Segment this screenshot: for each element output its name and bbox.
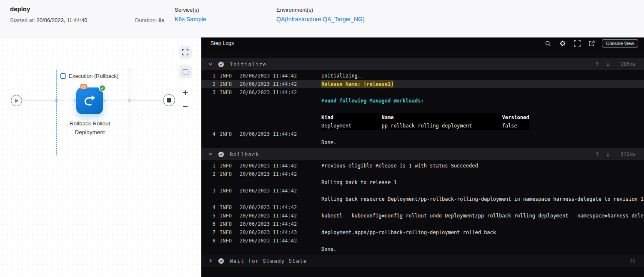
stop-icon	[167, 98, 171, 102]
execution-title-block: deploy Started at: 20/06/2023, 11:44:40 …	[10, 5, 175, 37]
zoom-out-button[interactable]: −	[179, 100, 192, 113]
log-row: 4INFO20/06/2023 11:44:42	[201, 203, 644, 212]
rollback-undo-icon	[82, 93, 98, 109]
duration-label: Duration:	[135, 17, 158, 23]
execution-page: deploy Started at: 20/06/2023, 11:44:40 …	[0, 0, 644, 277]
log-level: INFO	[220, 130, 236, 138]
scroll-to-bottom-icon[interactable]: ↓	[606, 151, 610, 157]
pipeline-canvas[interactable]: Execution (Rollback) ✔ Rollback Rollout …	[0, 37, 201, 277]
search-icon[interactable]	[544, 39, 553, 48]
log-level: INFO	[220, 72, 236, 80]
fit-to-screen-button[interactable]	[179, 46, 192, 59]
log-row: Rolling back resource Deployment/pp-roll…	[201, 195, 644, 203]
log-timestamp: 20/06/2023 11:44:42	[240, 162, 298, 170]
log-line-number	[201, 138, 216, 147]
chevron-right-icon[interactable]	[205, 258, 216, 263]
log-level	[220, 113, 236, 122]
gear-icon[interactable]	[558, 39, 567, 48]
log-message: Initializing..	[321, 72, 363, 80]
log-row: 1INFO20/06/2023 11:44:42Previous eligibl…	[201, 162, 644, 170]
log-row: Kind Name Versioned	[201, 113, 644, 122]
log-line-number	[201, 195, 216, 203]
log-line-number	[201, 178, 216, 187]
rollback-step-node[interactable]: ✔	[76, 87, 103, 114]
log-timestamp	[240, 97, 298, 105]
log-message: kubectl --kubeconfig=config rollout undo…	[321, 212, 644, 220]
log-level: INFO	[220, 237, 236, 245]
log-timestamp: 20/06/2023 11:44:43	[240, 237, 298, 245]
step-label: Rollback Rollout Deployment	[60, 119, 120, 137]
log-message: Rolling back resource Deployment/pp-roll…	[321, 195, 644, 203]
execution-group-label: Execution (Rollback)	[69, 73, 118, 79]
log-line-number	[201, 97, 216, 105]
log-level	[220, 245, 236, 253]
open-in-new-icon[interactable]	[587, 39, 596, 48]
duration: Duration: 9s	[135, 17, 164, 23]
log-row: 3INFO20/06/2023 11:44:42	[201, 187, 644, 195]
log-line-number	[201, 105, 216, 113]
log-line-number	[201, 113, 216, 122]
log-line-number: 8	[201, 237, 216, 245]
log-row: 5INFO20/06/2023 11:44:42kubectl --kubeco…	[201, 212, 644, 220]
log-timestamp: 20/06/2023 11:44:43	[240, 228, 298, 237]
log-section-header-rollback[interactable]: Rollback↑↓372ms	[201, 148, 644, 160]
scroll-to-top-icon[interactable]: ↑	[595, 61, 599, 67]
log-level: INFO	[220, 228, 236, 237]
log-section-header-wait-for-steady-state[interactable]: Wait for Steady State3s	[201, 255, 644, 267]
scroll-to-top-icon[interactable]: ↑	[595, 151, 599, 157]
expand-corners-icon	[182, 49, 188, 55]
section-title: Rollback	[230, 151, 259, 157]
log-level	[220, 178, 236, 187]
marquee-select-button[interactable]	[179, 65, 192, 78]
success-check-icon	[216, 258, 226, 264]
started-at: Started at: 20/06/2023, 11:44:40	[10, 17, 88, 23]
log-message: Previous eligible Release is 1 with stat…	[321, 162, 478, 170]
collapse-minus-icon[interactable]	[60, 73, 66, 79]
chevron-down-icon[interactable]	[205, 152, 216, 157]
section-duration: 285ms	[616, 61, 636, 67]
log-section-rollback: Rollback↑↓372ms1INFO20/06/2023 11:44:42P…	[201, 148, 644, 255]
section-rows: 1INFO20/06/2023 11:44:42Initializing..2I…	[201, 70, 644, 148]
zoom-in-button[interactable]: +	[179, 86, 192, 99]
environments-label: Environment(s)	[276, 7, 378, 13]
log-timestamp: 20/06/2023 11:44:42	[240, 212, 298, 220]
log-message: Kind Name Versioned	[321, 113, 529, 122]
canvas-controls: + −	[179, 46, 192, 113]
log-line-number: 3	[201, 187, 216, 195]
log-sections[interactable]: Initialize↑↓285ms1INFO20/06/2023 11:44:4…	[201, 49, 644, 277]
edge-stage-to-end	[131, 100, 163, 100]
log-row: 4INFO20/06/2023 11:44:42	[201, 130, 644, 138]
service-link[interactable]: K8s Sample	[175, 16, 206, 22]
log-message: Done.	[321, 138, 336, 147]
chevron-down-icon[interactable]	[205, 62, 216, 67]
success-check-icon	[216, 61, 226, 67]
section-title: Wait for Steady State	[230, 258, 307, 264]
log-level	[220, 105, 236, 113]
fullscreen-icon[interactable]	[573, 39, 582, 48]
log-message: Found following Managed Workloads:	[321, 97, 424, 105]
log-row: Done.	[201, 245, 644, 253]
log-line-number	[201, 122, 216, 130]
log-timestamp: 20/06/2023 11:44:42	[240, 72, 298, 80]
log-section-wait-for-steady-state: Wait for Steady State3s	[201, 255, 644, 267]
step-logs-panel: Step Logs Console View Initialize↑↓285m	[201, 37, 644, 277]
step-flag-icon	[80, 84, 87, 89]
log-line-number: 2	[201, 170, 216, 178]
log-line-number: 5	[201, 212, 216, 220]
log-level: INFO	[220, 170, 236, 178]
log-level: INFO	[220, 88, 236, 97]
environment-link[interactable]: QA(Infrastructure:QA_Target_NG)	[276, 16, 365, 22]
log-section-header-initialize[interactable]: Initialize↑↓285ms	[201, 58, 644, 70]
edge-start-to-stage	[22, 100, 55, 100]
log-timestamp	[240, 195, 298, 203]
environments-block: Environment(s) QA(Infrastructure:QA_Targ…	[276, 5, 378, 37]
log-row: 2INFO20/06/2023 11:44:42	[201, 170, 644, 178]
console-view-button[interactable]: Console View	[602, 39, 638, 47]
execution-summary-header: deploy Started at: 20/06/2023, 11:44:40 …	[0, 0, 644, 37]
log-line-number: 4	[201, 130, 216, 138]
started-at-value: 20/06/2023, 11:44:40	[37, 17, 88, 23]
log-level	[220, 122, 236, 130]
execution-group-header: Execution (Rollback)	[60, 73, 118, 79]
services-block: Service(s) K8s Sample	[175, 5, 276, 37]
scroll-to-bottom-icon[interactable]: ↓	[606, 61, 610, 67]
